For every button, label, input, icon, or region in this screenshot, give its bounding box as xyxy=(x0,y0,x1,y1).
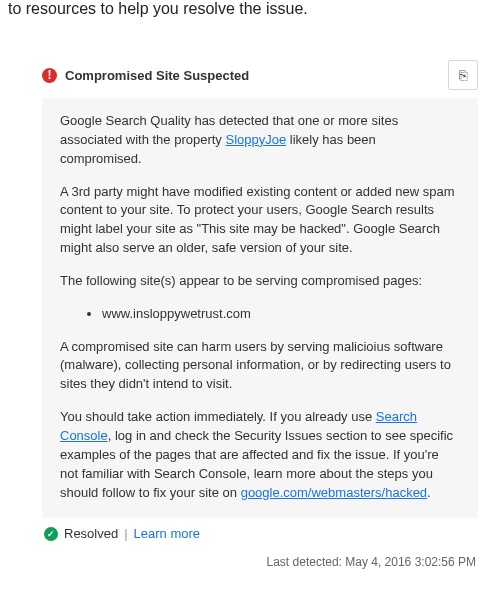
alert-header-left: ! Compromised Site Suspected xyxy=(42,68,249,83)
alert-body: Google Search Quality has detected that … xyxy=(42,98,478,518)
detected-value: May 4, 2016 3:02:56 PM xyxy=(345,555,476,569)
status-row: ✓ Resolved | Learn more xyxy=(42,518,478,549)
alert-header: ! Compromised Site Suspected ⎘ xyxy=(42,56,478,98)
warning-icon: ! xyxy=(42,68,57,83)
alert-paragraph-2: A 3rd party might have modified existing… xyxy=(60,183,460,258)
alert-card: ! Compromised Site Suspected ⎘ Google Se… xyxy=(42,56,478,569)
detected-label: Last detected: xyxy=(267,555,342,569)
alert-paragraph-3: The following site(s) appear to be servi… xyxy=(60,272,460,291)
divider-pipe: | xyxy=(124,526,127,541)
alert-p5-c: . xyxy=(427,485,431,500)
last-detected-row: Last detected: May 4, 2016 3:02:56 PM xyxy=(42,549,478,569)
alert-paragraph-4: A compromised site can harm users by ser… xyxy=(60,338,460,395)
alert-paragraph-1: Google Search Quality has detected that … xyxy=(60,112,460,169)
alert-paragraph-5: You should take action immediately. If y… xyxy=(60,408,460,502)
compromised-sites-list: www.insloppywetrust.com xyxy=(60,305,460,324)
alert-title: Compromised Site Suspected xyxy=(65,68,249,83)
alert-p5-a: You should take action immediately. If y… xyxy=(60,409,376,424)
status-resolved: Resolved xyxy=(64,526,118,541)
list-item: www.insloppywetrust.com xyxy=(102,305,460,324)
copy-button[interactable]: ⎘ xyxy=(448,60,478,90)
check-icon: ✓ xyxy=(44,527,58,541)
learn-more-link[interactable]: Learn more xyxy=(134,526,200,541)
copy-icon: ⎘ xyxy=(459,67,467,83)
property-link[interactable]: SloppyJoe xyxy=(225,132,286,147)
article-fragment-top: to resources to help you resolve the iss… xyxy=(0,0,500,28)
hacked-link[interactable]: google.com/webmasters/hacked xyxy=(241,485,427,500)
